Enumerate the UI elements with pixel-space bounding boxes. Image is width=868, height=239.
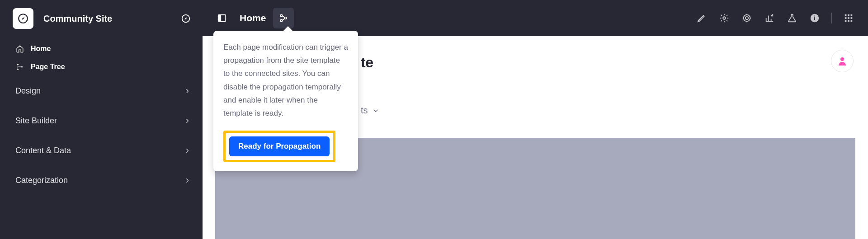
target-icon bbox=[742, 13, 752, 23]
grid-icon bbox=[844, 13, 854, 23]
svg-point-5 bbox=[17, 69, 19, 70]
cta-highlight: Ready for Propagation bbox=[223, 131, 335, 162]
propagation-popover: Each page modification can trigger a pro… bbox=[213, 31, 358, 171]
page-title: te bbox=[361, 54, 846, 71]
edit-button[interactable] bbox=[695, 11, 708, 25]
compass-outline-icon bbox=[181, 14, 191, 23]
apps-button[interactable] bbox=[842, 11, 855, 25]
sidenav-section-label: Design bbox=[15, 86, 41, 96]
svg-point-14 bbox=[745, 17, 748, 19]
popover-arrow bbox=[283, 26, 293, 31]
svg-point-13 bbox=[744, 15, 750, 22]
info-button[interactable] bbox=[808, 11, 821, 25]
page-tree-icon bbox=[15, 62, 24, 71]
chevron-right-icon: › bbox=[186, 85, 189, 97]
svg-rect-21 bbox=[845, 17, 847, 19]
propagation-button[interactable] bbox=[273, 8, 294, 28]
svg-rect-26 bbox=[851, 20, 853, 22]
analytics-icon bbox=[764, 13, 774, 23]
sidebar-header: Community Site bbox=[0, 8, 203, 40]
brand-title: Community Site bbox=[43, 14, 180, 24]
svg-point-11 bbox=[285, 17, 287, 19]
svg-rect-24 bbox=[845, 20, 847, 22]
topbar-right bbox=[695, 11, 855, 25]
ready-for-propagation-button[interactable]: Ready for Propagation bbox=[229, 136, 330, 156]
brand-compass-button[interactable] bbox=[180, 13, 192, 24]
svg-rect-8 bbox=[218, 15, 221, 22]
breadcrumb-home[interactable]: Home bbox=[236, 13, 269, 23]
compass-icon bbox=[17, 13, 29, 24]
topbar-separator bbox=[831, 13, 832, 23]
sidenav-item-page-tree[interactable]: Page Tree bbox=[0, 58, 203, 76]
brand-icon[interactable] bbox=[13, 8, 33, 29]
svg-rect-17 bbox=[814, 16, 815, 17]
sidenav-section-categorization[interactable]: Categorization › bbox=[0, 165, 203, 195]
settings-button[interactable] bbox=[717, 11, 731, 25]
flask-icon bbox=[787, 13, 797, 23]
chevron-right-icon: › bbox=[186, 174, 189, 186]
svg-point-4 bbox=[17, 64, 19, 65]
sidenav-section-content-data[interactable]: Content & Data › bbox=[0, 136, 203, 165]
svg-rect-25 bbox=[848, 20, 849, 22]
svg-rect-18 bbox=[845, 14, 847, 16]
svg-marker-3 bbox=[184, 17, 187, 20]
sidenav: Home Page Tree Design › Site Buil bbox=[0, 40, 203, 195]
fragments-label: ts bbox=[361, 105, 368, 116]
sidenav-item-label: Page Tree bbox=[31, 63, 65, 71]
chevron-right-icon: › bbox=[186, 115, 189, 127]
panel-icon bbox=[217, 13, 227, 23]
experiments-button[interactable] bbox=[785, 11, 799, 25]
chevron-right-icon: › bbox=[186, 145, 189, 156]
info-icon bbox=[810, 13, 820, 23]
sidenav-section-label: Site Builder bbox=[15, 116, 57, 126]
chevron-down-icon bbox=[372, 107, 380, 115]
sidenav-item-label: Home bbox=[31, 45, 51, 53]
sidenav-item-home[interactable]: Home bbox=[0, 40, 203, 58]
panel-toggle-button[interactable] bbox=[212, 8, 232, 28]
fragments-dropdown[interactable]: ts bbox=[361, 105, 846, 116]
svg-marker-1 bbox=[22, 17, 25, 20]
svg-rect-20 bbox=[851, 14, 853, 16]
svg-point-9 bbox=[280, 14, 283, 17]
svg-rect-16 bbox=[814, 17, 815, 20]
svg-rect-22 bbox=[848, 17, 849, 19]
sidebar: Community Site Home bbox=[0, 0, 203, 239]
propagation-icon bbox=[278, 13, 288, 23]
home-icon bbox=[15, 44, 24, 53]
sidenav-section-site-builder[interactable]: Site Builder › bbox=[0, 106, 203, 136]
svg-rect-19 bbox=[848, 14, 849, 16]
popover-text: Each page modification can trigger a pro… bbox=[223, 41, 348, 120]
sidenav-section-label: Categorization bbox=[15, 176, 68, 185]
gear-icon bbox=[719, 13, 729, 23]
sidenav-section-design[interactable]: Design › bbox=[0, 76, 203, 106]
analytics-button[interactable] bbox=[763, 11, 776, 25]
user-icon bbox=[837, 56, 848, 66]
svg-point-12 bbox=[723, 17, 726, 19]
svg-rect-23 bbox=[851, 17, 853, 19]
sidenav-section-label: Content & Data bbox=[15, 146, 71, 155]
target-button[interactable] bbox=[740, 11, 754, 25]
svg-point-10 bbox=[280, 19, 283, 22]
svg-point-27 bbox=[840, 57, 844, 61]
pencil-icon bbox=[697, 13, 707, 23]
avatar[interactable] bbox=[831, 50, 854, 72]
